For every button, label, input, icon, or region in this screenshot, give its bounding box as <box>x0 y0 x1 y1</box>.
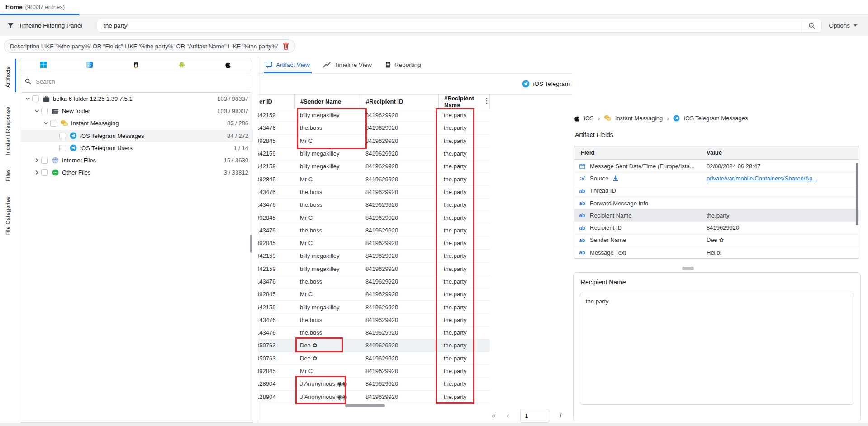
table-row[interactable]: 143476 the.boss 8419629920 the.party <box>258 186 490 199</box>
tree-checkbox[interactable] <box>41 108 48 114</box>
field-row-message-text[interactable]: ab Message Text Hello! <box>574 246 859 258</box>
filter-search-input[interactable] <box>97 19 802 32</box>
tree-search-input[interactable] <box>35 78 247 85</box>
table-row[interactable]: 143476 the.boss 8419629920 the.party <box>258 275 490 288</box>
column-menu-icon[interactable]: ⋮ <box>483 96 490 105</box>
cell-recipient-id: 8419629920 <box>360 291 438 298</box>
android-icon[interactable] <box>173 60 191 70</box>
tab-reporting[interactable]: Reporting <box>385 56 421 73</box>
page-separator: / <box>560 412 562 419</box>
tree-checkbox[interactable] <box>59 145 66 151</box>
horizontal-scrollbar[interactable] <box>345 404 385 407</box>
linux-icon[interactable] <box>127 60 145 70</box>
delete-filter-button[interactable] <box>283 43 289 50</box>
tree-item-instant-messaging[interactable]: Instant Messaging 85 / 286 <box>20 117 253 129</box>
table-row[interactable]: 143476 the.boss 8419629920 the.party <box>258 199 490 211</box>
tree-item-count: 15 / 3630 <box>224 157 248 164</box>
table-row[interactable]: 392845 Mr C 8419629920 the.party <box>258 237 490 250</box>
cell-sender-id: 392845 <box>258 291 294 298</box>
tree-item-case[interactable]: belka 6 folder 12.25 1.39 7.5.1 103 / 98… <box>20 93 253 105</box>
chevron-down-icon[interactable] <box>42 121 49 126</box>
chevron-down-icon[interactable] <box>24 96 31 101</box>
field-row-recipient-id[interactable]: ab Recipient ID 8419629920 <box>574 221 859 233</box>
table-row[interactable]: 350763 Dee ✿ 8419629920 the.party <box>258 352 490 365</box>
table-row[interactable]: 392845 Mr C 8419629920 the.party <box>258 135 490 147</box>
cell-sender-id: 143476 <box>258 124 294 131</box>
apple-icon[interactable] <box>219 60 237 70</box>
tree-checkbox[interactable] <box>59 133 66 139</box>
search-submit-button[interactable] <box>802 19 821 32</box>
tree-checkbox[interactable] <box>50 120 57 127</box>
options-button[interactable]: Options <box>825 19 861 33</box>
side-tab-incident-response[interactable]: Incident Response <box>0 99 16 162</box>
macos-icon[interactable] <box>81 60 99 70</box>
table-row[interactable]: 143476 the.boss 8419629920 the.party <box>258 122 490 134</box>
table-row[interactable]: 143476 the.boss 8419629920 the.party <box>258 224 490 237</box>
table-row[interactable]: 642159 billy megakilley 8419629920 the.p… <box>258 109 490 122</box>
windows-icon[interactable] <box>34 60 52 70</box>
chevron-right-icon[interactable] <box>33 170 40 175</box>
side-tab-file-categories[interactable]: File Categories <box>0 191 16 241</box>
tree-item-other-files[interactable]: Other Files 3 / 33812 <box>20 166 253 179</box>
field-row-recipient-name[interactable]: ab Recipient Name the.party <box>574 209 859 221</box>
source-path-link[interactable]: private/var/mobile/Containers/Shared/Ap.… <box>707 175 852 182</box>
table-row[interactable]: 642159 billy megakilley 8419629920 the.p… <box>258 301 490 313</box>
table-row[interactable]: 350763 Dee ✿ 8419629920 the.party <box>258 339 490 352</box>
table-row[interactable]: 128904 J Anonymous ◉◉ 8419629920 the.par… <box>258 391 490 403</box>
tab-timeline-view[interactable]: Timeline View <box>323 56 372 73</box>
table-row[interactable]: 392845 Mr C 8419629920 the.party <box>258 288 490 301</box>
current-page-input[interactable] <box>520 409 549 423</box>
column-header-recipient-id[interactable]: #Recipient ID <box>360 95 438 109</box>
column-header-recipient-name[interactable]: #Recipient Name <box>438 95 490 109</box>
table-row[interactable]: 143476 the.boss 8419629920 the.party <box>258 327 490 339</box>
tree-item-telegram-messages[interactable]: iOS Telegram Messages 84 / 272 <box>20 130 253 142</box>
field-row-forward-info[interactable]: ab Forward Message Info <box>574 197 859 209</box>
table-row[interactable]: 128904 J Anonymous ◉◉ 8419629920 the.par… <box>258 378 490 390</box>
tab-artifact-view[interactable]: Artifact View <box>266 56 310 73</box>
first-page-button[interactable]: « <box>492 412 496 420</box>
tab-home[interactable]: Home (98337 entries) <box>5 0 65 14</box>
column-header-sender-id[interactable]: er ID <box>258 95 294 109</box>
column-header-sender-name[interactable]: #Sender Name <box>294 95 360 109</box>
panel-splitter-handle[interactable] <box>682 267 694 270</box>
filter-chip: Description LIKE '%the party%' OR "Field… <box>4 39 295 53</box>
tree-checkbox[interactable] <box>41 169 48 176</box>
tree-item-internet-files[interactable]: Internet Files 15 / 3630 <box>20 154 253 166</box>
table-row[interactable]: 642159 billy megakilley 8419629920 the.p… <box>258 147 490 160</box>
field-row-message-sent[interactable]: Message Sent Date/Time (Europe/Ista... 0… <box>574 160 859 172</box>
breadcrumb-telegram-messages[interactable]: iOS Telegram Messages <box>684 115 748 122</box>
download-icon[interactable] <box>613 175 618 181</box>
breadcrumb-ios[interactable]: iOS <box>584 115 594 122</box>
tree-checkbox[interactable] <box>32 95 39 102</box>
tree-item-label: Other Files <box>62 169 91 176</box>
folder-icon <box>51 108 59 114</box>
breadcrumb-instant-messaging[interactable]: Instant Messaging <box>615 115 663 122</box>
table-row[interactable]: 642159 billy megakilley 8419629920 the.p… <box>258 160 490 173</box>
tree-checkbox[interactable] <box>41 157 48 164</box>
side-tab-artifacts[interactable]: Artifacts <box>0 60 16 94</box>
apple-icon <box>574 115 580 122</box>
tree-item-telegram-users[interactable]: iOS Telegram Users 1 / 14 <box>20 142 253 154</box>
table-row[interactable]: 392845 Mr C 8419629920 the.party <box>258 365 490 378</box>
tree-scrollbar[interactable] <box>250 235 252 253</box>
cell-sender-name: the.boss <box>294 278 360 285</box>
previous-page-button[interactable]: ‹ <box>507 412 509 420</box>
field-row-sender-name[interactable]: ab Sender Name Dee ✿ <box>574 234 859 246</box>
field-row-thread-id[interactable]: ab Thread ID <box>574 185 859 197</box>
cell-sender-name: billy megakilley <box>294 150 360 157</box>
table-row[interactable]: 392845 Mr C 8419629920 the.party <box>258 211 490 224</box>
table-row[interactable]: 642159 billy megakilley 8419629920 the.p… <box>258 263 490 275</box>
side-tab-files[interactable]: Files <box>0 166 16 185</box>
fields-scrollbar[interactable] <box>856 163 858 225</box>
chevron-right-icon[interactable] <box>33 158 40 163</box>
tree-item-new-folder[interactable]: New folder 103 / 98337 <box>20 105 253 117</box>
table-row[interactable]: 143476 the.boss 8419629920 the.party <box>258 314 490 327</box>
table-row[interactable]: 392845 Mr C 8419629920 the.party <box>258 173 490 185</box>
text-field-icon: ab <box>574 237 590 243</box>
os-filter-bar <box>20 58 251 71</box>
tree-item-label: Internet Files <box>62 157 96 164</box>
chevron-down-icon[interactable] <box>33 109 40 114</box>
table-row[interactable]: 642159 billy megakilley 8419629920 the.p… <box>258 250 490 262</box>
text-field-icon: ab <box>574 225 590 231</box>
field-row-source[interactable]: :// Source private/var/mobile/Containers… <box>574 172 859 184</box>
